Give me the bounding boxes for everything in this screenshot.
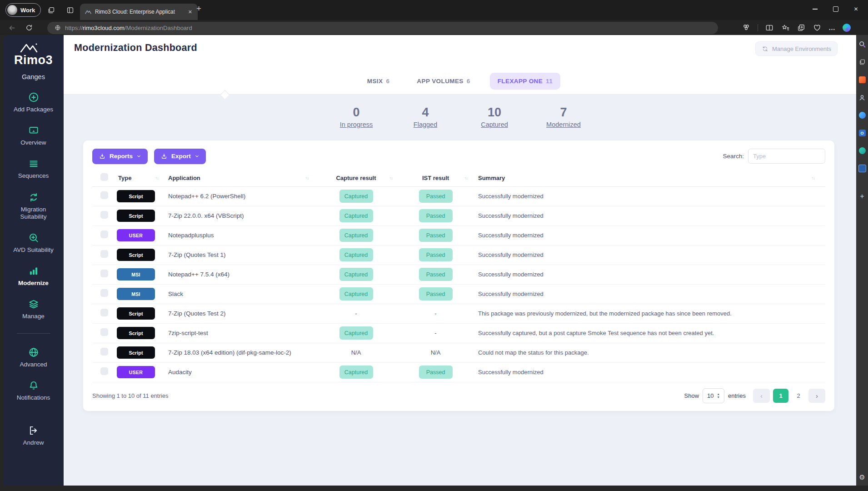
next-page-button[interactable]: ›	[808, 389, 825, 403]
sidebar-item-overview[interactable]: Overview	[3, 125, 64, 146]
table-row[interactable]: Script 7zip-script-test Captured - Succe…	[92, 324, 825, 343]
select-arrows-icon: ▲▼	[717, 392, 720, 399]
tab-favicon-icon	[85, 9, 91, 15]
copilot-icon[interactable]	[843, 24, 851, 32]
page-size-select[interactable]: 10 ▲▼	[703, 388, 724, 403]
column-header-type[interactable]: Type↑↓	[114, 170, 164, 186]
column-header-capture-result[interactable]: Capture result↑↓	[314, 170, 398, 186]
page-button-1[interactable]: 1	[773, 389, 788, 403]
row-checkbox[interactable]	[100, 250, 108, 258]
table-row[interactable]: USER Notepadplusplus Captured Passed Suc…	[92, 226, 825, 246]
counter-value: 10	[473, 106, 516, 120]
table-row[interactable]: Script Notepad++ 6.2 (PowerShell) Captur…	[92, 187, 825, 206]
refresh-environments-icon	[762, 45, 768, 52]
status-counter-in-progress: 0 In progress	[334, 106, 378, 129]
sidebar-item-migration-suitability[interactable]: Migration Suitability	[3, 191, 64, 220]
counter-link[interactable]: In progress	[340, 121, 373, 128]
table-body: Script Notepad++ 6.2 (PowerShell) Captur…	[92, 187, 825, 382]
table-row[interactable]: Script 7-Zip 22.0.0. x64 (VBScript) Capt…	[92, 206, 825, 226]
select-all-checkbox[interactable]	[100, 173, 108, 181]
tab-close-icon[interactable]: ✕	[186, 8, 194, 16]
sidebar-item-sequences[interactable]: Sequences	[3, 158, 64, 180]
download-icon	[99, 153, 106, 160]
counter-link[interactable]: Captured	[481, 121, 508, 128]
search-input[interactable]	[748, 149, 825, 164]
designer-icon[interactable]	[858, 111, 866, 119]
row-checkbox[interactable]	[100, 309, 108, 316]
row-checkbox[interactable]	[100, 367, 108, 375]
window-minimize-button[interactable]	[805, 0, 825, 18]
address-bar[interactable]: https://rimo3cloud.com/ModernizationDash…	[47, 22, 718, 34]
sidebar-item-avd-suitability[interactable]: AVD Suitability	[3, 232, 64, 254]
collections-icon[interactable]	[797, 23, 806, 32]
row-checkbox[interactable]	[100, 348, 108, 356]
tab-app-volumes[interactable]: APP VOLUMES6	[409, 73, 478, 90]
window-maximize-button[interactable]	[825, 0, 846, 18]
favorites-icon[interactable]	[781, 23, 790, 32]
capture-result: Captured	[314, 326, 398, 340]
counter-value: 7	[542, 106, 585, 120]
workspaces-icon[interactable]	[45, 5, 56, 15]
table-row[interactable]: Script 7-Zip (Quotes Test 1) Captured Pa…	[92, 246, 825, 265]
table-row[interactable]: Script 7-Zip (Quotes Test 2) - - This pa…	[92, 304, 825, 324]
tab-actions-icon[interactable]	[65, 5, 75, 15]
outlook-icon[interactable]: O	[858, 129, 866, 137]
sidebar-item-add-packages[interactable]: Add Packages	[3, 91, 64, 113]
manage-environments-button[interactable]: Manage Environments	[755, 41, 838, 56]
row-checkbox[interactable]	[100, 270, 108, 277]
sidebar-item-notifications[interactable]: Notifications	[3, 380, 64, 401]
export-button[interactable]: Export	[154, 149, 206, 164]
table-row[interactable]: Script 7-Zip 18.03 (x64 edition) (dif-pk…	[92, 343, 825, 363]
browser-tab[interactable]: Rimo3 Cloud: Enterprise Applicat ✕	[80, 4, 198, 20]
settings-menu-icon[interactable]: …	[828, 24, 836, 31]
refresh-icon[interactable]	[24, 22, 35, 33]
extensions-icon[interactable]	[742, 23, 751, 32]
site-globe-icon	[55, 25, 61, 31]
summary-text: Successfully modernized	[473, 271, 825, 278]
meet-icon[interactable]	[858, 147, 866, 155]
status-value: N/A	[431, 349, 441, 356]
search-icon[interactable]	[858, 40, 866, 48]
page-button-2[interactable]: 2	[792, 389, 805, 403]
previous-page-button[interactable]: ‹	[753, 389, 770, 403]
counter-link[interactable]: Modernized	[546, 121, 581, 128]
url-text: https://rimo3cloud.com/ModernizationDash…	[65, 25, 192, 31]
table-row[interactable]: MSI Notepad++ 7.5.4 (x64) Captured Passe…	[92, 265, 825, 285]
settings-gear-icon[interactable]: ⚙	[858, 473, 866, 481]
summary-text: Successfully modernized	[473, 232, 825, 239]
summary-text: Successfully modernized	[473, 193, 825, 200]
phone-link-icon[interactable]	[858, 165, 866, 172]
sidebar-item-modernize[interactable]: Modernize	[3, 265, 64, 287]
type-badge: Script	[117, 346, 155, 359]
back-icon[interactable]	[6, 22, 17, 33]
tools-icon[interactable]	[858, 58, 866, 66]
column-header-application[interactable]: Application↑↓	[164, 170, 314, 186]
sidebar-item-advanced[interactable]: Advanced	[3, 346, 64, 368]
window-close-button[interactable]: ✕	[846, 0, 866, 18]
microsoft-365-icon[interactable]	[858, 76, 866, 84]
new-tab-button[interactable]: +	[196, 4, 201, 13]
counter-value: 4	[404, 106, 447, 120]
reports-button[interactable]: Reports	[92, 149, 148, 164]
counter-link[interactable]: Flagged	[414, 121, 437, 128]
status-badge: Captured	[339, 248, 373, 261]
row-checkbox[interactable]	[100, 191, 108, 199]
column-header-ist-result[interactable]: IST result↑↓	[398, 170, 473, 186]
split-screen-icon[interactable]	[765, 23, 774, 32]
browser-essentials-icon[interactable]	[813, 23, 822, 32]
tab-msix[interactable]: MSIX6	[359, 73, 398, 90]
add-icon[interactable]: +	[858, 192, 866, 200]
sidebar-item-manage[interactable]: Manage	[3, 298, 64, 320]
browser-profile-button[interactable]: Work	[5, 3, 41, 17]
row-checkbox[interactable]	[100, 211, 108, 219]
people-icon[interactable]	[858, 94, 866, 101]
row-checkbox[interactable]	[100, 230, 108, 238]
row-checkbox[interactable]	[100, 289, 108, 297]
table-row[interactable]: USER Audacity Captured Passed Successful…	[92, 363, 825, 382]
summary-text: Successfully modernized	[473, 251, 825, 258]
column-header-summary[interactable]: Summary↑↓	[473, 170, 825, 186]
sidebar-user-andrew[interactable]: Andrew	[3, 425, 64, 446]
tab-flexapp-one[interactable]: FLEXAPP ONE11	[490, 73, 561, 90]
row-checkbox[interactable]	[100, 328, 108, 336]
table-row[interactable]: MSI Slack Captured Passed Successfully m…	[92, 285, 825, 304]
